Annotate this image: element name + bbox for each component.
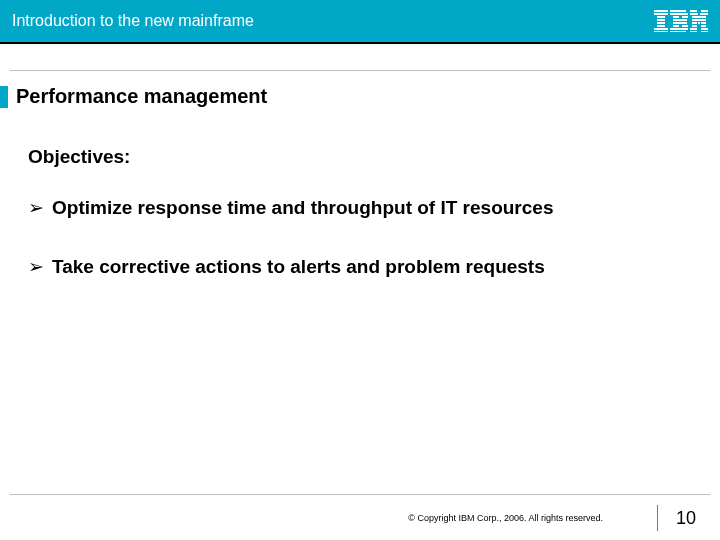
list-item: ➢ Take corrective actions to alerts and …	[28, 255, 720, 280]
svg-rect-7	[654, 31, 668, 32]
header-bar: Introduction to the new mainframe	[0, 0, 720, 44]
svg-rect-33	[701, 31, 708, 32]
svg-rect-20	[690, 13, 698, 15]
bullet-text: Take corrective actions to alerts and pr…	[52, 255, 545, 280]
svg-rect-24	[692, 19, 706, 21]
svg-rect-22	[692, 16, 699, 18]
svg-rect-26	[698, 22, 700, 24]
svg-rect-19	[701, 10, 708, 12]
svg-rect-31	[701, 28, 708, 30]
arrow-icon: ➢	[28, 196, 44, 221]
svg-rect-12	[673, 19, 687, 21]
svg-rect-28	[692, 25, 697, 27]
svg-rect-1	[654, 13, 668, 15]
objectives-label: Objectives:	[28, 146, 720, 168]
ibm-logo	[654, 10, 708, 32]
bullet-list: ➢ Optimize response time and throughput …	[28, 196, 720, 279]
svg-rect-21	[700, 13, 708, 15]
page-divider	[657, 505, 658, 531]
list-item: ➢ Optimize response time and throughput …	[28, 196, 720, 221]
svg-rect-30	[690, 28, 697, 30]
svg-rect-13	[673, 22, 687, 24]
svg-rect-27	[701, 22, 706, 24]
svg-rect-8	[670, 10, 686, 12]
bullet-text: Optimize response time and throughput of…	[52, 196, 553, 221]
svg-rect-9	[670, 13, 688, 15]
svg-rect-10	[673, 16, 679, 18]
svg-rect-15	[682, 25, 688, 27]
footer-content: © Copyright IBM Corp., 2006. All rights …	[0, 495, 720, 531]
footer: © Copyright IBM Corp., 2006. All rights …	[0, 494, 720, 540]
svg-rect-2	[657, 16, 665, 18]
svg-rect-29	[701, 25, 706, 27]
slide-title: Performance management	[16, 85, 267, 108]
svg-rect-32	[690, 31, 697, 32]
content-area: Performance management Objectives: ➢ Opt…	[0, 71, 720, 279]
svg-rect-16	[670, 28, 688, 30]
copyright-text: © Copyright IBM Corp., 2006. All rights …	[408, 513, 603, 523]
slide-title-row: Performance management	[0, 85, 720, 108]
svg-rect-4	[657, 22, 665, 24]
title-accent	[0, 86, 8, 108]
svg-rect-23	[699, 16, 706, 18]
svg-rect-3	[657, 19, 665, 21]
svg-rect-25	[692, 22, 697, 24]
svg-rect-11	[682, 16, 688, 18]
svg-rect-17	[670, 31, 686, 32]
page-number: 10	[676, 508, 696, 529]
svg-rect-0	[654, 10, 668, 12]
svg-rect-5	[657, 25, 665, 27]
svg-rect-6	[654, 28, 668, 30]
svg-rect-18	[690, 10, 697, 12]
svg-rect-14	[673, 25, 679, 27]
arrow-icon: ➢	[28, 255, 44, 280]
header-title: Introduction to the new mainframe	[12, 12, 254, 30]
